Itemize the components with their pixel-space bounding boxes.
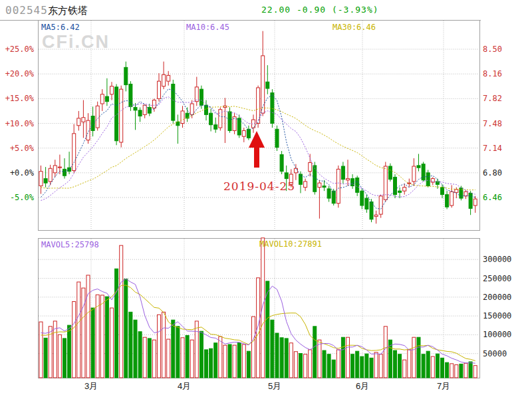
- svg-text:6.46: 6.46: [483, 193, 502, 202]
- svg-text:7.82: 7.82: [483, 94, 502, 103]
- watermark-logo: CFi.CN: [42, 32, 110, 53]
- svg-text:7月: 7月: [437, 381, 450, 391]
- svg-text:+0.0%: +0.0%: [10, 168, 35, 178]
- svg-text:6.80: 6.80: [483, 168, 502, 178]
- svg-text:+10.0%: +10.0%: [5, 119, 35, 128]
- svg-text:250000: 250000: [483, 274, 511, 283]
- legend-mavol5: MAVOL5:25798: [41, 240, 99, 249]
- svg-text:8.16: 8.16: [483, 69, 502, 78]
- svg-text:-5.0%: -5.0%: [10, 193, 35, 202]
- svg-text:6月: 6月: [356, 381, 369, 391]
- svg-text:7.14: 7.14: [483, 144, 502, 153]
- svg-text:+25.0%: +25.0%: [5, 45, 35, 54]
- legend-ma30: MA30:6.46: [332, 23, 376, 32]
- svg-text:3月: 3月: [84, 381, 98, 391]
- svg-text:+20.0%: +20.0%: [5, 69, 35, 78]
- svg-text:5月: 5月: [268, 381, 281, 391]
- svg-text:100000: 100000: [483, 330, 511, 339]
- svg-text:50000: 50000: [483, 349, 507, 358]
- annotation-date-label: 2019-04-25: [223, 180, 295, 193]
- svg-text:200000: 200000: [483, 293, 511, 302]
- stock-chart-page: { "header": { "code": "002545", "name": …: [0, 0, 532, 399]
- candlestick-chart: +25.0%8.50+20.0%8.16+15.0%7.82+10.0%7.48…: [0, 0, 532, 399]
- svg-text:4月: 4月: [178, 381, 191, 391]
- legend-mavol10: MAVOL10:27891: [259, 239, 322, 249]
- svg-text:+5.0%: +5.0%: [10, 144, 35, 153]
- svg-text:8.50: 8.50: [483, 45, 502, 54]
- svg-text:150000: 150000: [483, 311, 511, 321]
- legend-ma10: MA10:6.45: [186, 23, 229, 32]
- svg-text:7.48: 7.48: [483, 119, 502, 128]
- svg-text:300000: 300000: [483, 255, 511, 264]
- legend-ma5: MA5:6.42: [41, 23, 80, 32]
- svg-text:+15.0%: +15.0%: [5, 94, 35, 103]
